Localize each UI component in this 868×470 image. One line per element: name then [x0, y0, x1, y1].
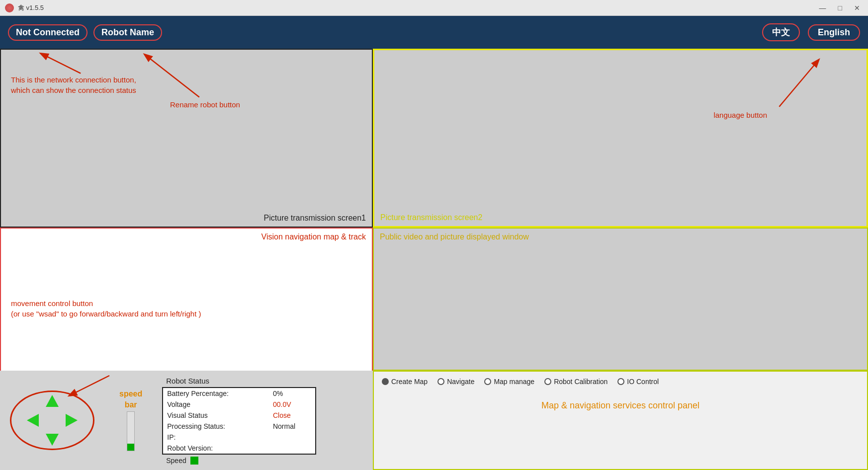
- picture-screen-1: This is the network connection button,wh…: [0, 49, 373, 228]
- header-bar: Not Connected Robot Name 中文 English: [0, 16, 868, 49]
- lang-chinese-button[interactable]: 中文: [762, 23, 800, 41]
- svg-marker-2: [66, 414, 78, 427]
- movement-control-note: movement control button(or use "wsad" to…: [11, 298, 201, 319]
- language-selector: 中文 English: [762, 23, 860, 41]
- speed-bar-fill: [127, 444, 134, 451]
- window-controls: — □ ✕: [816, 3, 863, 13]
- language-button-note: language button: [713, 110, 767, 120]
- robot-status-section: Robot Status Battery Percentage: 0% Volt…: [162, 377, 316, 465]
- dpad-up-button[interactable]: [45, 394, 60, 409]
- close-button[interactable]: ✕: [851, 3, 863, 13]
- lang-english-button[interactable]: English: [808, 24, 860, 41]
- title-bar: 禽 v1.5.5 — □ ✕: [0, 0, 868, 16]
- speed-label: speed: [119, 390, 142, 398]
- table-row: Battery Percentage: 0%: [163, 388, 316, 399]
- window-icon: [5, 3, 14, 12]
- dpad-left-button[interactable]: [26, 413, 41, 428]
- public-video-label: Public video and picture displayed windo…: [380, 233, 529, 241]
- svg-marker-1: [27, 414, 39, 427]
- tab-label: Robot Calibration: [554, 378, 608, 386]
- map-nav-service-label: Map & navigation services control panel: [382, 400, 859, 411]
- svg-marker-0: [46, 395, 59, 407]
- tab-io-control[interactable]: IO Control: [617, 378, 659, 386]
- robot-status-title: Robot Status: [162, 377, 316, 385]
- tab-navigate[interactable]: Navigate: [437, 378, 474, 386]
- robot-name-button[interactable]: Robot Name: [93, 24, 162, 41]
- speed-bar-track: [127, 411, 135, 451]
- table-row: IP:: [163, 432, 316, 443]
- tab-label: Create Map: [391, 378, 428, 386]
- bottom-controls: speed bar Robot Status Battery Percentag…: [0, 371, 373, 470]
- maximize-button[interactable]: □: [835, 3, 845, 13]
- rename-robot-note: Rename robot button: [170, 99, 240, 110]
- screen2-label: Picture transmission screen2: [380, 213, 482, 222]
- app-version: 禽 v1.5.5: [18, 3, 44, 12]
- screen1-label: Picture transmission screen1: [264, 214, 366, 223]
- radio-circle: [382, 378, 389, 385]
- table-row: Visual Status Close: [163, 410, 316, 421]
- speed-section: speed bar: [119, 390, 142, 451]
- dpad-container: [10, 388, 94, 453]
- public-video-panel: Public video and picture displayed windo…: [373, 228, 868, 371]
- tab-label: Navigate: [447, 378, 474, 386]
- radio-circle: [544, 378, 551, 385]
- robot-status-table: Battery Percentage: 0% Voltage 00.0V Vis…: [162, 387, 316, 455]
- minimize-button[interactable]: —: [816, 3, 829, 13]
- speed-text: Speed: [166, 457, 186, 465]
- dpad-down-button[interactable]: [45, 432, 60, 447]
- network-connection-note: This is the network connection button,wh…: [11, 75, 136, 95]
- tab-label: Map manage: [494, 378, 534, 386]
- vision-label: Vision navigation map & track: [261, 233, 366, 241]
- speed-indicator: [190, 457, 198, 465]
- tab-bar: Create Map Navigate Map manage Robot Cal…: [382, 378, 859, 386]
- tab-label: IO Control: [627, 378, 659, 386]
- radio-circle: [437, 378, 444, 385]
- dpad: [24, 392, 81, 449]
- right-bottom-area: Public video and picture displayed windo…: [373, 228, 868, 470]
- radio-circle: [484, 378, 491, 385]
- table-row: Voltage 00.0V: [163, 399, 316, 410]
- tab-robot-calibration[interactable]: Robot Calibration: [544, 378, 608, 386]
- table-row: Robot Version:: [163, 443, 316, 454]
- connection-status-button[interactable]: Not Connected: [8, 24, 87, 41]
- tab-create-map[interactable]: Create Map: [382, 378, 428, 386]
- picture-screen-2: Picture transmission screen2 language bu…: [373, 49, 868, 228]
- speed-row: Speed: [162, 457, 316, 465]
- dpad-right-button[interactable]: [64, 413, 79, 428]
- header-left: Not Connected Robot Name: [8, 24, 162, 41]
- radio-circle: [617, 378, 624, 385]
- tab-map-manage[interactable]: Map manage: [484, 378, 534, 386]
- navigation-control-panel: Create Map Navigate Map manage Robot Cal…: [373, 371, 868, 470]
- table-row: Processing Status: Normal: [163, 421, 316, 432]
- svg-marker-3: [46, 434, 59, 446]
